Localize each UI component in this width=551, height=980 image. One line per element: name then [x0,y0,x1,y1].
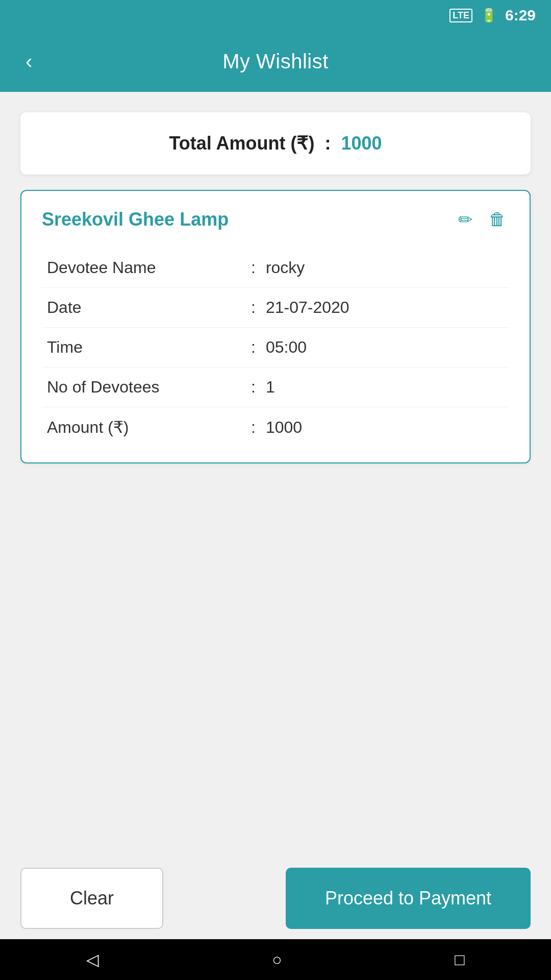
lte-icon: LTE [449,9,472,22]
date-value: 21-07-2020 [266,298,349,317]
date-label: Date [47,298,241,317]
time-label: Time [47,338,241,357]
battery-icon: 🔋 [481,8,497,23]
total-amount-card: Total Amount (₹) : 1000 [20,112,531,175]
total-amount-separator: : [324,133,331,154]
item-title: Sreekovil Ghee Lamp [42,209,229,230]
devotee-name-row: Devotee Name : rocky [42,248,509,288]
amount-label: Amount (₹) [47,418,241,437]
devotees-count-value: 1 [266,378,275,397]
devotees-count-label: No of Devotees [47,378,241,397]
amount-colon: : [251,418,256,437]
devotee-name-value: rocky [266,258,305,277]
status-bar: LTE 🔋 6:29 [0,0,551,31]
page-title: My Wishlist [222,50,329,73]
time-colon: : [251,338,256,357]
nav-recent-icon[interactable]: □ [455,950,464,969]
devotees-count-colon: : [251,378,256,397]
nav-home-icon[interactable]: ○ [272,950,282,969]
status-time: 6:29 [505,7,536,24]
edit-icon[interactable] [455,206,475,233]
devotees-count-row: No of Devotees : 1 [42,368,509,407]
devotee-name-colon: : [251,258,256,277]
date-row: Date : 21-07-2020 [42,288,509,328]
status-icons: LTE 🔋 6:29 [449,7,536,24]
total-amount-label: Total Amount (₹) [169,133,314,154]
total-amount-value: 1000 [341,133,382,154]
android-nav-bar: ◁ ○ □ [0,939,551,980]
time-row: Time : 05:00 [42,328,509,368]
date-colon: : [251,298,256,317]
wishlist-item-card: Sreekovil Ghee Lamp Devotee Name : rocky… [20,190,531,463]
proceed-to-payment-button[interactable]: Proceed to Payment [286,868,531,929]
devotee-name-label: Devotee Name [47,258,241,277]
amount-value: 1000 [266,418,302,437]
clear-button[interactable]: Clear [20,868,163,929]
delete-icon[interactable] [486,206,509,233]
time-value: 05:00 [266,338,307,357]
amount-row: Amount (₹) : 1000 [42,407,509,447]
back-button[interactable]: ‹ [20,45,37,78]
card-actions [455,206,509,233]
card-header: Sreekovil Ghee Lamp [42,206,509,233]
nav-back-icon[interactable]: ◁ [86,950,99,969]
main-content: Total Amount (₹) : 1000 Sreekovil Ghee L… [0,92,551,980]
bottom-bar: Clear Proceed to Payment [0,857,551,939]
back-icon: ‹ [26,50,32,72]
header: ‹ My Wishlist [0,31,551,92]
